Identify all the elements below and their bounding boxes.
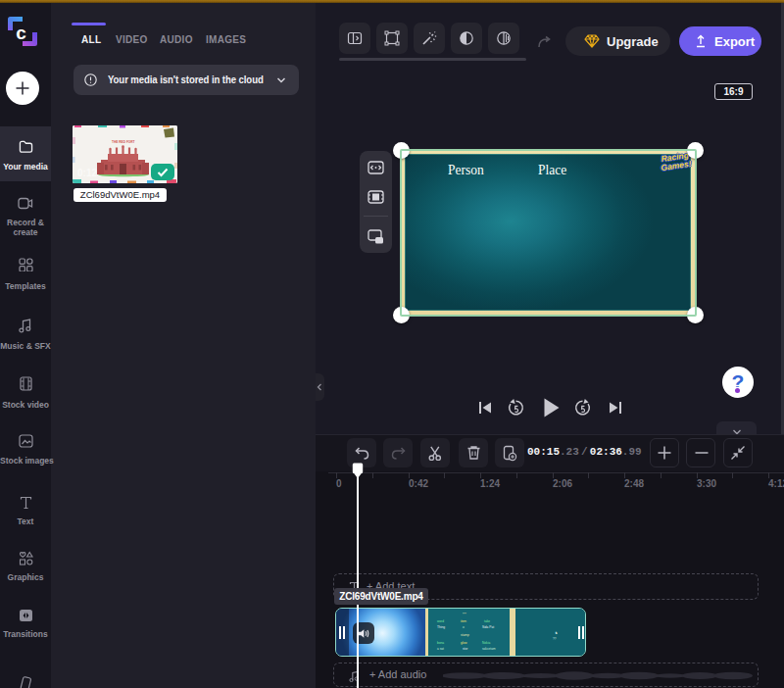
svg-text:Thing: Thing	[437, 625, 445, 629]
svg-text:c: c	[16, 23, 26, 43]
svg-text:sakcetam: sakcetam	[482, 647, 496, 651]
svg-text:Sida Pat: Sida Pat	[482, 625, 494, 629]
svg-text:THE RED FORT: THE RED FORT	[112, 140, 135, 144]
svg-text:bona: bona	[437, 641, 444, 645]
svg-text:***: ***	[463, 613, 466, 616]
svg-text:0:12: 0:12	[77, 168, 97, 178]
svg-text:o: o	[463, 625, 465, 629]
svg-text:word: word	[437, 619, 444, 623]
svg-text:Nokia: Nokia	[482, 641, 490, 645]
svg-text:stamp: stamp	[461, 633, 469, 637]
svg-text:??: ??	[553, 637, 557, 641]
svg-text:take: take	[484, 619, 490, 623]
svg-text:♞: ♞	[555, 631, 558, 635]
svg-text:stor: stor	[463, 647, 468, 651]
svg-text:glow: glow	[461, 641, 467, 645]
svg-text:a sat: a sat	[437, 647, 444, 651]
svg-text:item: item	[461, 619, 466, 623]
